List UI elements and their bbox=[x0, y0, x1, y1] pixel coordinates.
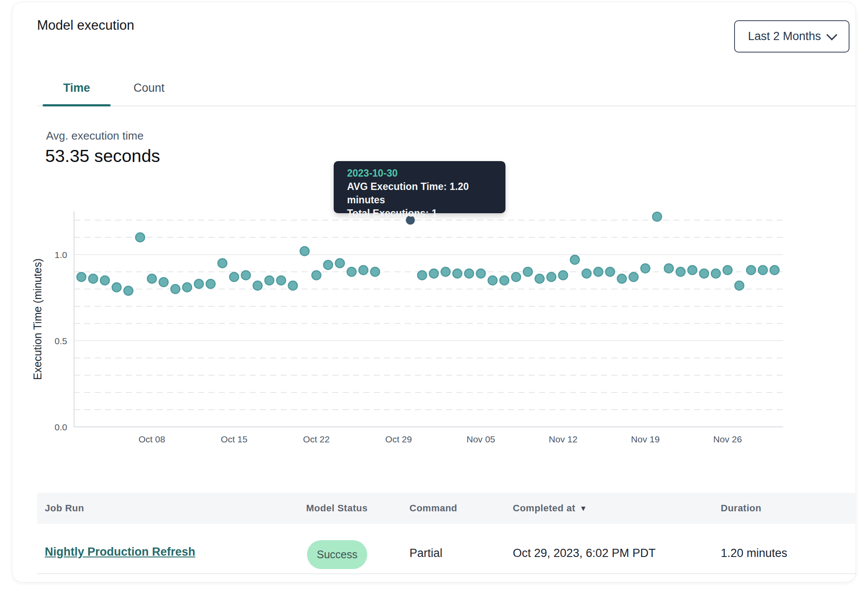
scatter-point[interactable] bbox=[418, 271, 427, 280]
completed-at-cell: Oct 29, 2023, 6:02 PM PDT bbox=[513, 547, 656, 560]
scatter-point[interactable] bbox=[653, 212, 662, 221]
x-tick-label: Nov 19 bbox=[631, 434, 660, 444]
date-range-dropdown[interactable]: Last 2 Months bbox=[734, 20, 849, 53]
tabs-divider bbox=[37, 106, 856, 106]
status-badge: Success bbox=[307, 540, 367, 569]
scatter-point[interactable] bbox=[347, 268, 356, 277]
scatter-point[interactable] bbox=[664, 264, 673, 273]
column-header-model-status[interactable]: Model Status bbox=[306, 493, 368, 524]
scatter-point[interactable] bbox=[700, 269, 709, 278]
x-tick-label: Oct 22 bbox=[303, 434, 330, 444]
y-tick-label: 1.0 bbox=[55, 250, 67, 260]
scatter-point[interactable] bbox=[324, 261, 333, 270]
date-range-label: Last 2 Months bbox=[748, 30, 821, 43]
sort-desc-icon[interactable]: ▼ bbox=[580, 493, 587, 524]
x-tick-label: Oct 08 bbox=[139, 434, 165, 444]
x-tick-label: Nov 12 bbox=[549, 434, 578, 444]
scatter-point[interactable] bbox=[159, 278, 168, 287]
y-axis-title: Execution Time (minutes) bbox=[31, 258, 44, 380]
scatter-point[interactable] bbox=[218, 259, 227, 268]
command-cell: Partial bbox=[409, 547, 443, 560]
column-header-completed-at[interactable]: Completed at▼ bbox=[513, 493, 587, 524]
scatter-point[interactable] bbox=[758, 266, 767, 275]
scatter-point[interactable] bbox=[183, 283, 192, 292]
scatter-point[interactable] bbox=[288, 281, 298, 290]
row-divider bbox=[37, 573, 856, 574]
scatter-point[interactable] bbox=[582, 269, 591, 278]
tooltip-date: 2023-10-30 bbox=[347, 167, 505, 180]
scatter-point[interactable] bbox=[429, 269, 438, 278]
x-tick-label: Oct 15 bbox=[221, 434, 248, 444]
scatter-point[interactable] bbox=[535, 274, 544, 283]
scatter-point[interactable] bbox=[276, 276, 285, 285]
job-run-link[interactable]: Nightly Production Refresh bbox=[45, 545, 195, 559]
scatter-point[interactable] bbox=[488, 276, 497, 285]
scatter-point[interactable] bbox=[89, 274, 98, 283]
scatter-point[interactable] bbox=[676, 268, 685, 277]
scatter-point[interactable] bbox=[147, 274, 156, 283]
scatter-point[interactable] bbox=[723, 266, 732, 275]
scatter-point[interactable] bbox=[570, 255, 580, 264]
table-header: Job Run Model Status Command Completed a… bbox=[37, 493, 856, 524]
tooltip-avg-execution-time: AVG Execution Time: 1.20 minutes bbox=[347, 180, 505, 207]
scatter-point[interactable] bbox=[206, 280, 215, 289]
scatter-point[interactable] bbox=[465, 269, 474, 278]
active-tab-underline bbox=[43, 104, 111, 106]
scatter-point[interactable] bbox=[770, 266, 779, 275]
scatter-point[interactable] bbox=[641, 264, 650, 273]
duration-cell: 1.20 minutes bbox=[721, 547, 787, 560]
scatter-point[interactable] bbox=[312, 271, 321, 280]
scatter-point[interactable] bbox=[300, 247, 309, 256]
scatter-point[interactable] bbox=[476, 269, 485, 278]
scatter-point[interactable] bbox=[500, 276, 509, 285]
scatter-point[interactable] bbox=[77, 273, 86, 282]
tab-time[interactable]: Time bbox=[43, 81, 111, 102]
scatter-point[interactable] bbox=[441, 268, 450, 277]
scatter-point[interactable] bbox=[453, 269, 462, 278]
y-tick-label: 0.5 bbox=[55, 336, 67, 346]
scatter-point[interactable] bbox=[617, 274, 626, 283]
scatter-point[interactable] bbox=[747, 266, 756, 275]
x-tick-label: Nov 05 bbox=[467, 434, 496, 444]
column-header-completed-at-label: Completed at bbox=[513, 503, 575, 513]
scatter-point[interactable] bbox=[711, 269, 720, 278]
scatter-point[interactable] bbox=[629, 273, 638, 282]
scatter-point[interactable] bbox=[124, 286, 133, 296]
model-execution-card: Model execution Last 2 Months Time Count… bbox=[12, 2, 856, 582]
scatter-point[interactable] bbox=[523, 268, 532, 277]
scatter-point[interactable] bbox=[265, 276, 274, 285]
scatter-point[interactable] bbox=[229, 273, 239, 282]
scatter-point[interactable] bbox=[371, 268, 380, 277]
column-header-command[interactable]: Command bbox=[409, 493, 457, 524]
y-tick-label: 0.0 bbox=[55, 422, 67, 432]
tab-count[interactable]: Count bbox=[111, 81, 187, 102]
scatter-point[interactable] bbox=[253, 281, 262, 290]
x-tick-label: Nov 26 bbox=[713, 434, 742, 444]
scatter-point[interactable] bbox=[558, 271, 567, 280]
scatter-point[interactable] bbox=[242, 271, 251, 280]
scatter-point[interactable] bbox=[605, 268, 614, 277]
chart-tooltip: 2023-10-30 AVG Execution Time: 1.20 minu… bbox=[334, 161, 505, 213]
scatter-point[interactable] bbox=[112, 283, 121, 292]
scatter-point[interactable] bbox=[512, 273, 521, 282]
column-header-duration[interactable]: Duration bbox=[721, 493, 761, 524]
scatter-point[interactable] bbox=[547, 273, 556, 282]
avg-execution-time-label: Avg. execution time bbox=[46, 129, 143, 143]
scatter-point[interactable] bbox=[594, 268, 603, 277]
scatter-point[interactable] bbox=[171, 285, 180, 294]
scatter-point[interactable] bbox=[359, 266, 368, 275]
scatter-point[interactable] bbox=[100, 276, 109, 285]
scatter-chart-svg[interactable]: 0.00.51.0Oct 08Oct 15Oct 22Oct 29Nov 05N… bbox=[30, 200, 805, 459]
tooltip-total-executions: Total Executions: 1 bbox=[347, 207, 505, 220]
scatter-chart[interactable]: 0.00.51.0Oct 08Oct 15Oct 22Oct 29Nov 05N… bbox=[30, 200, 805, 459]
scatter-point[interactable] bbox=[335, 259, 344, 268]
chevron-down-icon bbox=[826, 29, 837, 40]
scatter-point[interactable] bbox=[194, 280, 203, 289]
scatter-point[interactable] bbox=[735, 281, 744, 290]
column-header-job-run[interactable]: Job Run bbox=[45, 493, 84, 524]
x-tick-label: Oct 29 bbox=[385, 434, 412, 444]
page-title: Model execution bbox=[37, 18, 134, 33]
avg-execution-time-value: 53.35 seconds bbox=[45, 146, 160, 166]
scatter-point[interactable] bbox=[688, 266, 697, 275]
scatter-point[interactable] bbox=[136, 233, 145, 242]
